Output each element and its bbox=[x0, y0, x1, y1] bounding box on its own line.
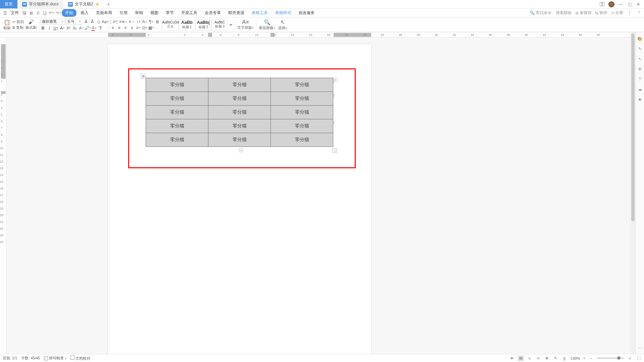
underline-button[interactable]: U▾ bbox=[53, 25, 58, 31]
align-justify-button[interactable]: ≡ bbox=[129, 25, 135, 31]
zoom-slider[interactable] bbox=[597, 358, 624, 359]
tab-doc2[interactable]: 文字文稿2 bbox=[63, 0, 104, 8]
notification-badge[interactable]: 2 bbox=[600, 2, 604, 6]
cut-button[interactable]: ✂ 剪切 bbox=[12, 19, 24, 24]
align-left-button[interactable]: ≡ bbox=[110, 25, 115, 31]
spell-check-toggle[interactable]: ✓ 拼写检查 ▾ bbox=[44, 356, 66, 361]
select-button[interactable]: ↖ 选择▾ bbox=[277, 17, 289, 32]
zoom-in-button[interactable]: + bbox=[627, 356, 633, 361]
pen-icon[interactable]: ✎ bbox=[637, 46, 643, 52]
more-sidebar-icon[interactable]: ⋯ bbox=[637, 345, 643, 351]
cloud-icon[interactable]: ☁ bbox=[637, 86, 643, 92]
outline-view-icon[interactable]: ≡ bbox=[527, 356, 532, 361]
zoom-knob[interactable] bbox=[617, 356, 621, 360]
borders-button[interactable]: ▦▾ bbox=[148, 25, 154, 31]
align-center-button[interactable]: ≡ bbox=[116, 25, 122, 31]
shading-button[interactable]: ⊡▾ bbox=[142, 25, 147, 31]
sort-button[interactable]: A↓ bbox=[142, 19, 147, 24]
font-size-select[interactable]: 五号▾ bbox=[65, 19, 82, 25]
search-input[interactable]: 🔍 查找命令、搜索模板 bbox=[530, 10, 572, 16]
subscript-button[interactable]: X₂ bbox=[72, 25, 78, 31]
zoom-out-button[interactable]: − bbox=[588, 356, 594, 361]
maximize-button[interactable]: ▢ bbox=[627, 2, 632, 7]
menu-review[interactable]: 审阅 bbox=[132, 9, 146, 17]
collapse-ribbon-icon[interactable]: ⌃ bbox=[636, 10, 642, 16]
highlight-button[interactable]: 🖍▾ bbox=[85, 25, 90, 31]
cursor-sidebar-icon[interactable]: ↖ bbox=[637, 56, 643, 62]
undo-icon[interactable]: ↶▾ bbox=[48, 10, 54, 16]
file-menu[interactable]: 文件 bbox=[9, 10, 21, 16]
find-replace-button[interactable]: 🔍 查找替换▾ bbox=[257, 17, 277, 32]
italic-button[interactable]: I bbox=[47, 25, 52, 31]
menu-page-layout[interactable]: 页面布局 bbox=[93, 9, 115, 17]
zoom-level[interactable]: 130% bbox=[571, 356, 580, 360]
save-icon[interactable]: 🖫 bbox=[21, 10, 28, 16]
table-button[interactable]: ⊞ bbox=[155, 19, 160, 24]
vertical-ruler[interactable]: 1231234567891011121314151617181920212223… bbox=[0, 38, 7, 354]
change-case-icon[interactable]: Aa▾ bbox=[102, 19, 108, 24]
share-button[interactable]: ↗ 分享 bbox=[611, 10, 623, 16]
distribute-button[interactable]: ≡▾ bbox=[136, 25, 141, 31]
more-icon[interactable]: ⋮ bbox=[627, 10, 633, 16]
vertical-scrollbar[interactable] bbox=[631, 32, 635, 354]
bold-button[interactable]: B bbox=[40, 25, 46, 31]
unsaved-status[interactable]: ⊘ 未保存 bbox=[575, 10, 592, 16]
minimize-button[interactable]: — bbox=[618, 2, 623, 7]
style-normal[interactable]: AaBbCcDd正文 bbox=[162, 19, 179, 31]
tab-home[interactable]: 首页 bbox=[0, 0, 17, 8]
avatar[interactable] bbox=[608, 1, 614, 7]
copy-button[interactable]: ⧉ 复制 bbox=[12, 25, 24, 30]
text-layout-button[interactable]: A≡ 文字排版▾ bbox=[236, 17, 255, 32]
collab-button[interactable]: ⇆ 协作 bbox=[595, 10, 607, 16]
menu-start[interactable]: 开始 bbox=[62, 9, 77, 17]
menu-insert[interactable]: 插入 bbox=[77, 9, 92, 17]
scrollbar-thumb[interactable] bbox=[631, 34, 635, 221]
fullscreen-icon[interactable]: ⛶ bbox=[636, 356, 641, 361]
clear-format-icon[interactable]: ◇ bbox=[96, 19, 101, 24]
zoom-fit-icon[interactable]: [] bbox=[562, 356, 567, 361]
strikethrough-button[interactable]: A̶▾ bbox=[59, 25, 65, 31]
menu-correction[interactable]: 批改服务 bbox=[295, 9, 318, 17]
phonetic-button[interactable]: 字 bbox=[98, 25, 103, 31]
decrease-indent-button[interactable]: ≡← bbox=[123, 19, 128, 24]
paste-group[interactable]: 📋 粘贴 bbox=[2, 17, 12, 32]
font-color-button[interactable]: A▾ bbox=[91, 25, 97, 31]
styles-more-icon[interactable]: ▴▾ bbox=[228, 22, 234, 27]
increase-font-icon[interactable]: A̍ bbox=[83, 19, 89, 24]
menu-dev-tools[interactable]: 开发工具 bbox=[178, 9, 201, 17]
bullets-button[interactable]: ⋮≡▾ bbox=[110, 19, 115, 24]
print-preview-icon[interactable]: ◲ bbox=[42, 10, 48, 16]
menu-section[interactable]: 章节 bbox=[162, 9, 177, 17]
close-button[interactable]: ✕ bbox=[636, 2, 641, 7]
doc-proof-toggle[interactable]: 文档校对 bbox=[70, 356, 90, 361]
page-view-icon[interactable]: ▤ bbox=[518, 356, 524, 361]
menu-references[interactable]: 引用 bbox=[116, 9, 131, 17]
print-icon[interactable]: ⎙ bbox=[35, 10, 41, 16]
horizontal-ruler[interactable]: 6422468101214161820222426283032343638404… bbox=[0, 32, 644, 38]
help-icon[interactable]: ? bbox=[637, 76, 643, 82]
redo-icon[interactable]: ↷▾ bbox=[55, 10, 61, 16]
style-heading2[interactable]: AaBb(标题 2 bbox=[195, 19, 211, 31]
style-heading1[interactable]: AaBb标题 1 bbox=[179, 19, 195, 31]
tab-doc1[interactable]: 零分猫脚本.docx bbox=[17, 0, 63, 8]
word-count[interactable]: 字数: 45/45 bbox=[21, 356, 40, 361]
location-icon[interactable]: ◈ bbox=[637, 97, 643, 102]
align-right-button[interactable]: ≡ bbox=[123, 25, 128, 31]
font-name-select[interactable]: 微软雅黑▾ bbox=[40, 19, 64, 25]
menu-table-tools[interactable]: 表格工具 bbox=[248, 9, 271, 17]
menu-table-styles[interactable]: 表格样式 bbox=[272, 9, 295, 17]
numbering-button[interactable]: ⋮≡▾ bbox=[116, 19, 122, 24]
new-tab-button[interactable]: + bbox=[103, 0, 113, 8]
menu-resources[interactable]: 稻壳资源 bbox=[225, 9, 248, 17]
menu-view[interactable]: 视图 bbox=[147, 9, 162, 17]
format-painter-button[interactable]: 🖌 格式刷 bbox=[24, 17, 38, 32]
decrease-font-icon[interactable]: A̎ bbox=[90, 19, 95, 24]
style-heading3[interactable]: AaBbC标题 3 bbox=[212, 19, 228, 31]
page-status[interactable]: 页面: 1/1 bbox=[3, 356, 17, 361]
eye-icon[interactable]: 👁 bbox=[509, 356, 515, 361]
edit-mode-icon[interactable]: ✎ bbox=[553, 356, 558, 361]
hamburger-icon[interactable]: ☰ bbox=[2, 10, 8, 16]
settings-icon[interactable]: ⚙ bbox=[637, 66, 643, 72]
superscript-button[interactable]: X² bbox=[66, 25, 71, 31]
show-marks-button[interactable]: ¶▾ bbox=[148, 19, 154, 24]
